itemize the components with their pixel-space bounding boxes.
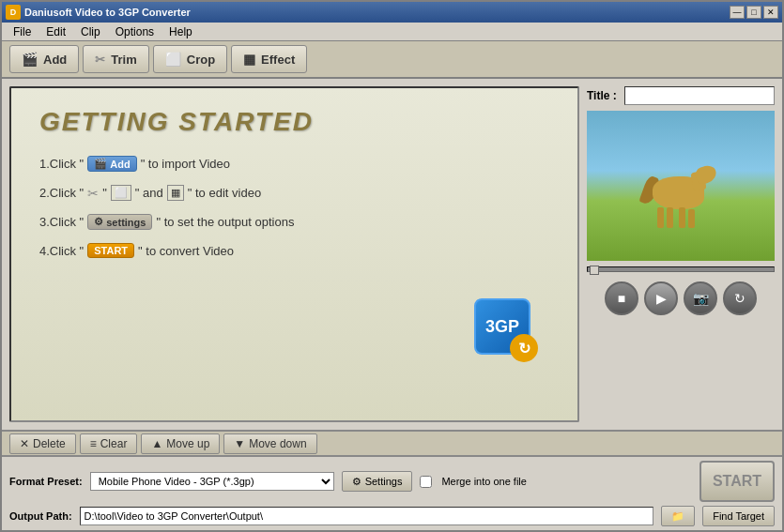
step3-suffix: " to set the output options — [156, 215, 294, 229]
move-down-icon: ▼ — [234, 437, 245, 450]
scissors-icon: ✂ — [95, 53, 105, 67]
add-label: Add — [43, 53, 67, 67]
title-input[interactable] — [624, 86, 775, 105]
menu-help[interactable]: Help — [161, 23, 200, 40]
step-4: 4.Click " START " to convert Video — [39, 243, 549, 258]
step2-quote: " — [102, 186, 107, 200]
menu-file[interactable]: File — [6, 23, 38, 40]
trim-label: Trim — [111, 53, 136, 67]
app-icon: D — [6, 5, 21, 20]
forward-button[interactable]: ↻ — [723, 281, 757, 315]
step3-settings-mini-btn: ⚙ settings — [87, 214, 152, 230]
merge-checkbox[interactable] — [420, 476, 432, 488]
find-target-button[interactable]: Find Target — [702, 506, 775, 526]
add-button[interactable]: 🎬 Add — [9, 45, 79, 73]
clear-label: Clear — [100, 437, 128, 450]
stop-button[interactable]: ■ — [605, 281, 638, 315]
add-icon: 🎬 — [22, 52, 38, 67]
clear-button[interactable]: ≡ Clear — [80, 433, 138, 454]
snapshot-button[interactable]: 📷 — [684, 281, 717, 315]
delete-button[interactable]: ✕ Delete — [9, 433, 76, 454]
right-panel: Title : — [587, 86, 775, 422]
crop-icon: ⬜ — [165, 52, 181, 67]
bottom-toolbar: ✕ Delete ≡ Clear ▲ Move up ▼ Move down — [2, 430, 782, 456]
preview-horse-scene — [587, 111, 775, 261]
output-path-label: Output Path: — [9, 510, 72, 522]
step1-film-icon: 🎬 — [94, 158, 107, 170]
settings-label: Settings — [365, 476, 403, 487]
step-1: 1.Click " 🎬 Add " to import Video — [39, 156, 549, 172]
move-down-label: Move down — [249, 437, 306, 450]
seek-thumb — [590, 266, 599, 275]
title-bar-left: D Daniusoft Video to 3GP Converter — [6, 5, 191, 20]
stop-icon: ■ — [618, 291, 625, 306]
move-down-button[interactable]: ▼ Move down — [223, 433, 316, 454]
getting-started-title: GETTING STARTED — [39, 107, 549, 137]
menu-bar: File Edit Clip Options Help — [2, 23, 782, 41]
effect-label: Effect — [261, 53, 295, 67]
merge-label: Merge into one file — [441, 476, 527, 487]
forward-icon: ↻ — [734, 291, 746, 306]
step1-text: 1.Click " — [39, 157, 84, 171]
browse-button[interactable]: 📁 — [661, 506, 695, 526]
step-3: 3.Click " ⚙ settings " to set the output… — [39, 214, 549, 230]
delete-label: Delete — [33, 437, 66, 450]
clear-icon: ≡ — [90, 437, 97, 450]
effect-button[interactable]: ▦ Effect — [231, 45, 307, 73]
step3-text: 3.Click " — [39, 215, 84, 229]
move-up-label: Move up — [166, 437, 209, 450]
format-preset-label: Format Preset: — [9, 476, 83, 487]
horse-leg3 — [679, 207, 685, 228]
main-content: GETTING STARTED 1.Click " 🎬 Add " to imp… — [2, 79, 782, 430]
window-title: Daniusoft Video to 3GP Converter — [24, 7, 191, 18]
step-2: 2.Click " ✂ " ⬜ " and ▦ " to edit video — [39, 185, 549, 201]
format-preset-select[interactable]: Mobile Phone Video - 3GP (*.3gp) — [90, 472, 334, 491]
delete-icon: ✕ — [20, 437, 29, 450]
horse-leg4 — [688, 209, 695, 228]
settings-button[interactable]: ⚙ Settings — [342, 471, 413, 492]
crop-label: Crop — [187, 53, 215, 67]
step4-btn-label: START — [94, 245, 128, 256]
start-label: START — [713, 473, 761, 490]
maximize-button[interactable]: □ — [746, 6, 761, 19]
preview-area — [587, 111, 775, 261]
3gp-logo: 3GP ↻ — [474, 298, 540, 364]
step2-crop-icon: ⬜ — [111, 185, 131, 201]
footer-row-1: Format Preset: Mobile Phone Video - 3GP … — [9, 461, 775, 502]
crop-button[interactable]: ⬜ Crop — [153, 45, 227, 73]
move-up-icon: ▲ — [151, 437, 162, 450]
folder-icon: 📁 — [671, 510, 684, 523]
play-button[interactable]: ▶ — [644, 281, 678, 315]
playback-controls: ■ ▶ 📷 ↻ — [587, 278, 775, 319]
3gp-text: 3GP — [485, 317, 519, 337]
horse-leg2 — [667, 207, 673, 228]
trim-button[interactable]: ✂ Trim — [83, 45, 148, 73]
footer-row-2: Output Path: 📁 Find Target — [9, 506, 775, 526]
gear-icon: ⚙ — [94, 216, 103, 228]
window-controls: — □ ✕ — [730, 6, 778, 19]
step2-scissors-icon: ✂ — [87, 186, 99, 201]
play-icon: ▶ — [656, 291, 667, 306]
snapshot-icon: 📷 — [693, 291, 709, 306]
settings-gear-icon: ⚙ — [352, 476, 361, 488]
minimize-button[interactable]: — — [730, 6, 745, 19]
close-button[interactable]: ✕ — [763, 6, 778, 19]
step2-text: 2.Click " — [39, 186, 84, 200]
menu-options[interactable]: Options — [108, 23, 161, 40]
horse-silhouette — [643, 144, 718, 228]
move-up-button[interactable]: ▲ Move up — [141, 433, 220, 454]
step2-effect-icon: ▦ — [167, 185, 184, 201]
3gp-logo-inner: 3GP ↻ — [474, 298, 530, 355]
step4-suffix: " to convert Video — [138, 244, 234, 258]
start-button[interactable]: START — [699, 461, 775, 502]
menu-clip[interactable]: Clip — [73, 23, 108, 40]
title-label: Title : — [587, 89, 617, 102]
seek-bar[interactable] — [587, 266, 775, 272]
menu-edit[interactable]: Edit — [38, 23, 73, 40]
step1-add-mini-btn: 🎬 Add — [87, 156, 136, 172]
step1-suffix: " to import Video — [141, 157, 230, 171]
step4-start-mini-btn: START — [87, 243, 134, 258]
step3-btn-label: settings — [106, 217, 146, 228]
step4-text: 4.Click " — [39, 244, 84, 258]
output-path-input[interactable] — [80, 507, 654, 525]
